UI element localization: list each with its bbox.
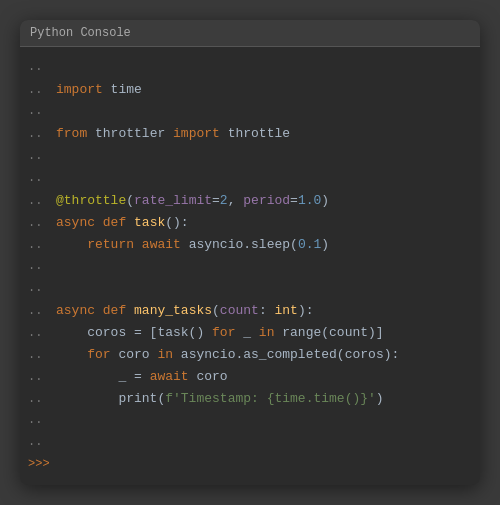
line-return: .. return await asyncio.sleep(0.1) xyxy=(20,234,480,256)
prompt: .. xyxy=(28,256,56,276)
line-empty-7: .. xyxy=(20,432,480,454)
prompt: .. xyxy=(28,410,56,430)
prompt: .. xyxy=(28,124,56,144)
prompt: .. xyxy=(28,432,56,452)
prompt: .. xyxy=(28,389,56,409)
python-console-window: Python Console .. .. import time .. .. f… xyxy=(20,20,480,484)
prompt: .. xyxy=(28,57,56,77)
line-empty-2: .. xyxy=(20,146,480,168)
prompt: .. xyxy=(28,301,56,321)
line-def-task: .. async def task(): xyxy=(20,212,480,234)
prompt: .. xyxy=(28,101,56,121)
line-coros: .. coros = [task() for _ in range(count)… xyxy=(20,322,480,344)
prompt: .. xyxy=(28,235,56,255)
prompt: .. xyxy=(28,278,56,298)
line-decorator: .. @throttle(rate_limit=2, period=1.0) xyxy=(20,190,480,212)
line-await-coro: .. _ = await coro xyxy=(20,366,480,388)
line-empty-4: .. xyxy=(20,256,480,278)
prompt: .. xyxy=(28,80,56,100)
prompt: .. xyxy=(28,345,56,365)
line-1: .. xyxy=(20,57,480,79)
code-area[interactable]: .. .. import time .. .. from throttler i… xyxy=(20,47,480,484)
prompt: .. xyxy=(28,213,56,233)
line-empty-6: .. xyxy=(20,410,480,432)
window-title: Python Console xyxy=(30,26,131,40)
line-empty-3: .. xyxy=(20,168,480,190)
prompt: .. xyxy=(28,367,56,387)
prompt: .. xyxy=(28,168,56,188)
prompt: .. xyxy=(28,323,56,343)
title-bar: Python Console xyxy=(20,20,480,47)
line-def-many-tasks: .. async def many_tasks(count: int): xyxy=(20,300,480,322)
line-for-coro: .. for coro in asyncio.as_completed(coro… xyxy=(20,344,480,366)
line-import-time: .. import time xyxy=(20,79,480,101)
repl-prompt: >>> xyxy=(28,454,56,474)
prompt: .. xyxy=(28,146,56,166)
cursor-line[interactable]: >>> xyxy=(20,454,480,474)
prompt: .. xyxy=(28,191,56,211)
line-from-import: .. from throttler import throttle xyxy=(20,123,480,145)
line-empty-1: .. xyxy=(20,101,480,123)
line-empty-5: .. xyxy=(20,278,480,300)
line-print: .. print(f'Timestamp: {time.time()}') xyxy=(20,388,480,410)
